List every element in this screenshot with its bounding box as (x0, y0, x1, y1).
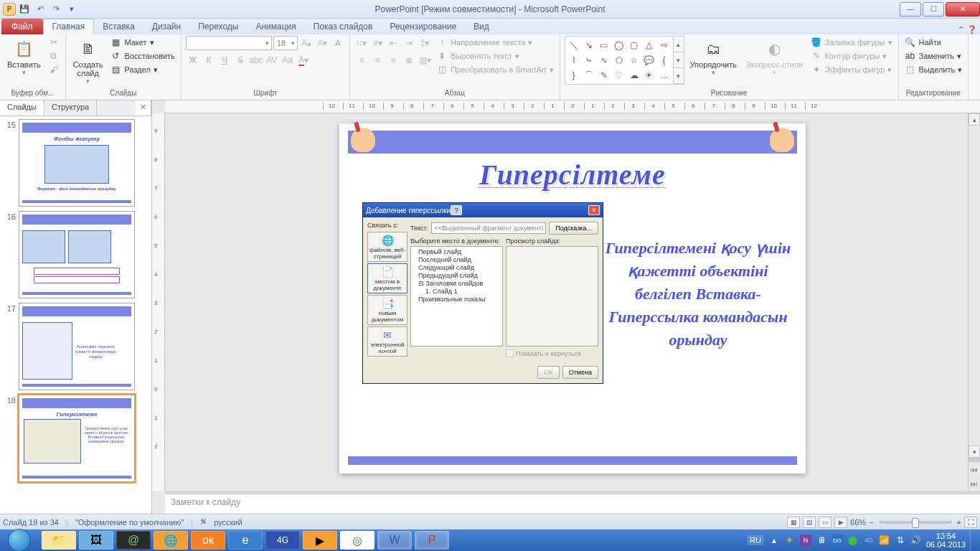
shape-brace2-icon[interactable]: } (567, 68, 581, 83)
shape-cloud-icon[interactable]: ☁ (627, 68, 641, 83)
tray-clock[interactable]: 13:54 06.04.2013 (926, 532, 966, 549)
shadow-button[interactable]: abc (249, 53, 263, 67)
show-desktop-button[interactable] (970, 530, 976, 550)
tray-n-icon[interactable]: N (800, 534, 811, 546)
text-direction-button[interactable]: ↕Направление текста ▾ (435, 36, 555, 49)
link-newdoc-button[interactable]: 📑новым документом (367, 295, 407, 325)
qat-undo-icon[interactable]: ↶ (33, 2, 47, 17)
shape-arrow2-icon[interactable]: ⇨ (657, 38, 672, 52)
shape-arrow-icon[interactable]: ↘ (582, 38, 596, 52)
shape-tri-icon[interactable]: △ (642, 38, 656, 52)
reset-button[interactable]: ↺Восстановить (108, 50, 176, 62)
tray-vol-icon[interactable]: 🔊 (910, 534, 922, 546)
section-button[interactable]: ▤Раздел ▾ (108, 63, 176, 76)
strike-button[interactable]: S̶ (233, 53, 248, 67)
format-painter-button[interactable]: 🖌 (47, 63, 61, 76)
italic-button[interactable]: К (202, 53, 216, 67)
tray-flag-icon[interactable]: ▴ (768, 534, 780, 546)
fit-to-window-button[interactable]: ⛶ (964, 517, 977, 528)
shape-line-icon[interactable]: ＼ (567, 38, 581, 52)
qat-save-icon[interactable]: 💾 (17, 2, 32, 17)
zoom-slider[interactable] (880, 521, 951, 524)
paste-button[interactable]: 📋 Вставить ▾ (4, 36, 44, 77)
ruler-horizontal[interactable]: 1211109876543210123456789101112 (165, 100, 980, 113)
app-icon[interactable]: P (3, 3, 16, 16)
thumb-15[interactable]: 15 Фонды өзгерту Формат - фон командасын… (3, 119, 149, 207)
underline-button[interactable]: Ч (217, 53, 232, 67)
spacing-button[interactable]: AV (265, 53, 279, 67)
shape-curve-icon[interactable]: ∿ (597, 53, 611, 67)
tree-node[interactable]: Предыдущий слайд (414, 272, 499, 280)
tree-node[interactable]: 1. Слайд 1 (414, 288, 499, 296)
task-ok[interactable]: ок (191, 531, 225, 550)
tray-language[interactable]: RU (747, 535, 764, 545)
quick-styles-button[interactable]: ◐ Экспресс-стили ▾ (743, 36, 806, 77)
smartart-button[interactable]: ◫Преобразовать в SmartArt ▾ (435, 63, 555, 76)
shape-star-icon[interactable]: ☆ (627, 53, 641, 67)
align-center-button[interactable]: ≡ (370, 53, 385, 67)
zoom-out-button[interactable]: − (869, 518, 873, 527)
tree-node[interactable]: Последний слайд (414, 256, 499, 264)
link-place-button[interactable]: 📄местом в документе (367, 263, 407, 293)
scroll-down-icon[interactable]: ▾ (969, 446, 980, 458)
bullets-button[interactable]: ∷▾ (354, 36, 369, 50)
shape-effects-button[interactable]: ✦Эффекты фигур ▾ (809, 63, 894, 76)
thumb-canvas[interactable]: Фонды өзгерту Формат - фон командасын ор… (19, 119, 135, 207)
tray-4g-icon[interactable]: 4G (863, 534, 875, 546)
vertical-scrollbar[interactable]: ▴ ▾ ⏮ ⏭ (968, 113, 980, 491)
task-powerpoint[interactable]: P (415, 531, 449, 550)
shape-conn-icon[interactable]: ⤷ (582, 53, 596, 67)
align-left-button[interactable]: ≡ (354, 53, 369, 67)
thumb-canvas[interactable]: Ашылған терезеге қажетті өзгерістерді та… (19, 303, 135, 390)
wordart-title[interactable]: Гиперсілтеме (479, 158, 666, 188)
line-spacing-button[interactable]: ‡▾ (418, 36, 432, 50)
next-slide-button[interactable]: ⏭ (969, 476, 980, 491)
tree-node[interactable]: Первый слайд (414, 248, 499, 256)
ok-button[interactable]: ОК (537, 366, 559, 379)
justify-button[interactable]: ≣ (402, 53, 416, 67)
tab-insert[interactable]: Вставка (94, 19, 143, 34)
shape-callout-icon[interactable]: 💬 (642, 53, 656, 67)
tray-dg-icon[interactable]: DG (831, 534, 843, 546)
link-email-button[interactable]: ✉электронной почтой (367, 326, 407, 357)
ruler-vertical[interactable]: 987654321012 (152, 113, 165, 491)
task-4g[interactable]: 4G (265, 531, 300, 550)
tray-shield-icon[interactable]: ⬤ (847, 534, 859, 546)
close-panel-icon[interactable]: ✕ (136, 100, 151, 116)
shape-heart-icon[interactable]: ♡ (612, 68, 626, 83)
tray-monitor-icon[interactable]: 🖥 (816, 534, 827, 546)
cancel-button[interactable]: Отмена (562, 366, 598, 379)
dialog-close-icon[interactable]: ✕ (588, 205, 600, 215)
task-browser[interactable]: 🌐 (154, 531, 188, 550)
tab-view[interactable]: Вид (465, 19, 498, 34)
normal-view-button[interactable]: ▦ (787, 517, 800, 528)
font-family-combo[interactable] (186, 36, 272, 50)
spellcheck-icon[interactable]: ✎̸ (200, 517, 207, 527)
font-size-combo[interactable]: 18 (273, 36, 298, 50)
slide-canvas[interactable]: Гиперсілтеме Добавление гиперссылки ? ✕ … (165, 113, 980, 491)
align-text-button[interactable]: ⬍Выровнять текст ▾ (435, 50, 555, 62)
tab-review[interactable]: Рецензирование (381, 19, 465, 34)
font-color-button[interactable]: A▾ (296, 53, 311, 67)
shape-line2-icon[interactable]: ⌇ (567, 53, 581, 67)
slide[interactable]: Гиперсілтеме Добавление гиперссылки ? ✕ … (339, 123, 806, 474)
numbering-button[interactable]: ≡▾ (370, 36, 385, 50)
start-button[interactable] (0, 529, 39, 551)
replace-button[interactable]: abЗаменить ▾ (903, 50, 964, 62)
tree-node[interactable]: ⊟ Заголовки слайдов (414, 280, 499, 288)
task-wmp[interactable]: ▶ (303, 531, 337, 550)
columns-button[interactable]: ▥▾ (418, 53, 432, 67)
prev-slide-button[interactable]: ⏮ (969, 462, 980, 476)
task-ie[interactable]: e (228, 531, 263, 550)
tab-slideshow[interactable]: Показ слайдов (305, 19, 382, 34)
tab-animation[interactable]: Анимация (247, 19, 304, 34)
qat-customize-icon[interactable]: ▾ (65, 2, 79, 17)
shape-brace-icon[interactable]: { (657, 53, 672, 67)
task-pictures[interactable]: 🖼 (79, 531, 113, 550)
scroll-up-icon[interactable]: ▴ (969, 113, 980, 126)
new-slide-button[interactable]: 🗎 Создать слайд ▾ (70, 36, 106, 86)
thumb-18[interactable]: 18 Гиперсілтеме Гиперсілтемені қосу үшін… (3, 395, 149, 482)
shrink-font-button[interactable]: A▾ (315, 36, 329, 50)
zoom-level[interactable]: 66% (850, 518, 866, 527)
notes-pane[interactable]: Заметки к слайду (165, 494, 980, 514)
